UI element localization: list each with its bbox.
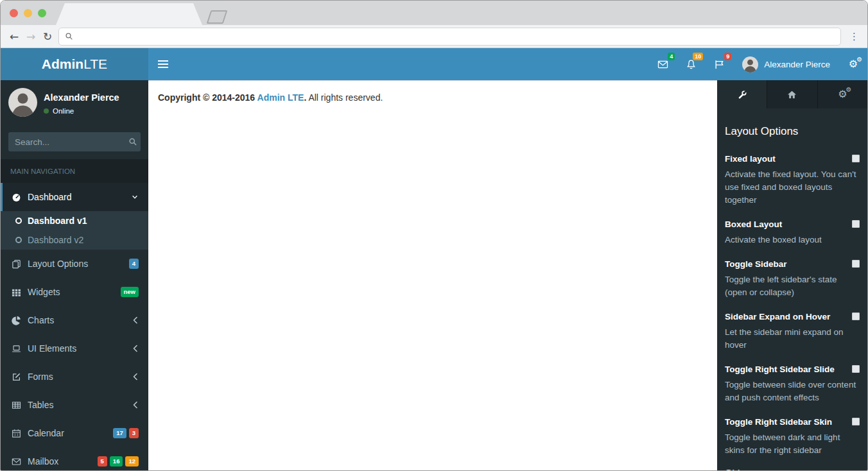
reload-button[interactable]: ↻ <box>39 30 56 43</box>
search-icon[interactable] <box>128 137 137 146</box>
right-sidebar-skin-checkbox[interactable] <box>852 418 860 425</box>
sidebar-item-label: Mailbox <box>28 456 58 467</box>
option-boxed-layout: Boxed Layout Activate the boxed layout <box>725 218 860 246</box>
chevron-left-icon <box>132 401 139 409</box>
browser-window: ← → ↻ ⋮ AdminLTE <box>0 0 868 471</box>
sidebar-item-tables[interactable]: Tables <box>1 391 148 419</box>
copyright-prefix: Copyright © 2014-2016 <box>158 92 257 103</box>
submenu-item-label: Dashboard v2 <box>28 235 83 245</box>
notifications-menu[interactable]: 10 <box>677 48 705 80</box>
messages-menu[interactable]: 4 <box>648 48 677 80</box>
sidebar-section-header: MAIN NAVIGATION <box>1 159 148 183</box>
search-icon <box>65 32 73 40</box>
tasks-badge: 9 <box>724 53 731 60</box>
skins-title: Skins <box>725 468 860 471</box>
chevron-left-icon <box>132 345 139 352</box>
option-label: Toggle Right Sidebar Slide <box>725 364 835 374</box>
chevron-left-icon <box>132 373 139 381</box>
sidebar-item-label: Tables <box>28 400 53 410</box>
option-right-sidebar-skin: Toggle Right Sidebar Skin Toggle between… <box>725 415 860 457</box>
sidebar-item-widgets[interactable]: Widgets new <box>1 278 148 306</box>
sidebar-item-calendar[interactable]: Calendar 17 3 <box>1 419 148 447</box>
avatar <box>742 56 758 73</box>
calendar-icon <box>10 429 22 438</box>
control-sidebar-toggle[interactable]: ⚙⚙ <box>839 48 867 80</box>
sidebar-user-name: Alexander Pierce <box>44 92 119 103</box>
sidebar-item-label: Forms <box>28 372 53 382</box>
back-button[interactable]: ← <box>6 30 22 43</box>
option-description: Activate the fixed layout. You can't use… <box>725 168 860 207</box>
fixed-layout-checkbox[interactable] <box>852 155 860 162</box>
sidebar-item-label: Layout Options <box>28 259 88 269</box>
new-tab-button[interactable] <box>207 10 228 24</box>
chevron-left-icon <box>132 316 139 324</box>
pie-chart-icon <box>10 316 22 325</box>
maximize-window-button[interactable] <box>38 9 46 17</box>
control-sidebar: ⚙⚙ Layout Options Fixed layout Activate … <box>717 80 867 471</box>
flag-icon <box>714 59 725 70</box>
option-toggle-sidebar: Toggle Sidebar Toggle the left sidebar's… <box>725 257 860 299</box>
browser-toolbar: ← → ↻ ⋮ <box>1 25 867 48</box>
sidebar-expand-hover-checkbox[interactable] <box>852 313 860 320</box>
wrench-icon <box>737 89 747 99</box>
layout-options-badge: 4 <box>129 259 139 268</box>
tab-home[interactable] <box>767 80 817 108</box>
layout-options-title: Layout Options <box>725 125 860 138</box>
user-status[interactable]: Online <box>44 107 119 115</box>
mailbox-badge-2: 16 <box>110 456 123 466</box>
minimize-window-button[interactable] <box>24 9 32 17</box>
dashboard-submenu: Dashboard v1 Dashboard v2 <box>1 211 148 250</box>
sidebar-search-input[interactable] <box>15 137 128 147</box>
brand-light: LTE <box>83 56 107 72</box>
sidebar-item-dashboard-v1[interactable]: Dashboard v1 <box>1 211 148 230</box>
address-input[interactable] <box>73 31 835 41</box>
browser-tab[interactable] <box>56 3 202 25</box>
admin-lte-link[interactable]: Admin LTE <box>257 92 304 103</box>
widgets-badge: new <box>121 287 139 296</box>
submenu-item-label: Dashboard v1 <box>28 216 87 226</box>
sidebar-item-ui-elements[interactable]: UI Elements <box>1 334 148 363</box>
chevron-down-icon <box>131 193 139 201</box>
sidebar-item-label: Charts <box>28 315 54 325</box>
user-menu[interactable]: Alexander Pierce <box>733 48 839 80</box>
calendar-badge-2: 3 <box>129 428 139 438</box>
option-label: Fixed layout <box>725 154 776 164</box>
option-description: Activate the boxed layout <box>725 234 860 246</box>
forward-button[interactable]: → <box>22 30 39 43</box>
close-window-button[interactable] <box>10 9 18 17</box>
control-sidebar-content: Layout Options Fixed layout Activate the… <box>717 108 867 471</box>
brand-logo[interactable]: AdminLTE <box>1 48 148 80</box>
tasks-menu[interactable]: 9 <box>705 48 733 80</box>
sidebar-toggle-button[interactable] <box>148 48 178 80</box>
sidebar-item-mailbox[interactable]: Mailbox 5 16 12 <box>1 447 148 471</box>
toggle-sidebar-checkbox[interactable] <box>852 260 860 268</box>
gears-icon: ⚙⚙ <box>849 59 858 69</box>
option-sidebar-expand-hover: Sidebar Expand on Hover Let the sidebar … <box>725 310 860 352</box>
sidebar-item-label: UI Elements <box>28 343 76 354</box>
browser-menu-icon[interactable]: ⋮ <box>846 31 862 42</box>
user-panel: Alexander Pierce Online <box>1 80 148 124</box>
user-name: Alexander Pierce <box>764 60 830 69</box>
sidebar-item-dashboard[interactable]: Dashboard <box>1 183 148 211</box>
sidebar-item-label: Dashboard <box>28 192 72 202</box>
tab-settings-gears[interactable]: ⚙⚙ <box>817 80 867 108</box>
tab-settings-wrench[interactable] <box>717 80 767 108</box>
sidebar-item-charts[interactable]: Charts <box>1 306 148 334</box>
sidebar-menu: Dashboard <box>1 183 148 211</box>
option-label: Sidebar Expand on Hover <box>725 312 830 321</box>
home-icon <box>787 90 797 99</box>
dashboard-icon <box>10 193 22 202</box>
sidebar-search-form <box>8 132 141 151</box>
sidebar-item-forms[interactable]: Forms <box>1 363 148 391</box>
option-label: Toggle Right Sidebar Skin <box>725 417 832 427</box>
mailbox-badge-1: 5 <box>98 456 107 466</box>
option-label: Boxed Layout <box>725 219 782 229</box>
bell-icon <box>686 59 697 70</box>
sidebar-item-dashboard-v2[interactable]: Dashboard v2 <box>1 230 148 250</box>
sidebar-item-layout-options[interactable]: Layout Options 4 <box>1 250 148 278</box>
boxed-layout-checkbox[interactable] <box>852 220 860 228</box>
right-sidebar-slide-checkbox[interactable] <box>852 365 860 373</box>
address-bar[interactable] <box>58 28 841 46</box>
table-icon <box>10 400 22 410</box>
top-navbar: 4 10 <box>148 48 867 80</box>
